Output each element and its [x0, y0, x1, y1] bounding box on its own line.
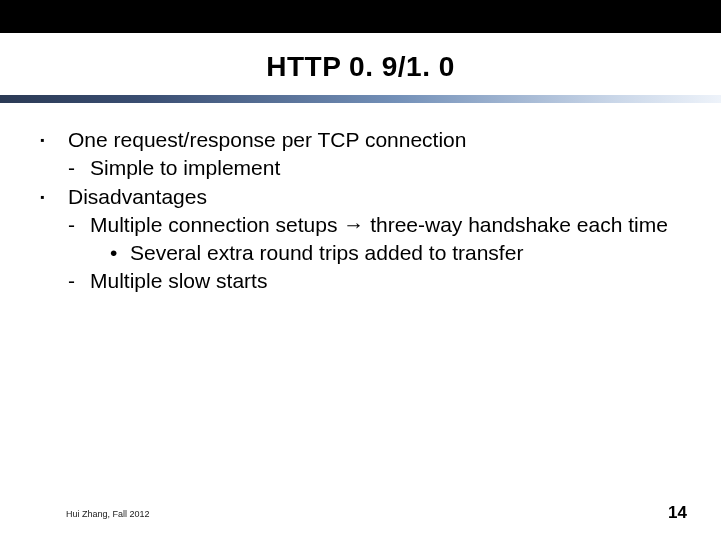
slide-body: ▪ One request/response per TCP connectio… — [0, 103, 721, 295]
bullet-mark: - — [68, 268, 90, 294]
gradient-divider — [0, 95, 721, 103]
bullet-level1: ▪ Disadvantages — [40, 184, 691, 210]
bullet-mark: ▪ — [40, 184, 68, 210]
bullet-text: Multiple connection setups → three-way h… — [90, 212, 691, 238]
bullet-level1: ▪ One request/response per TCP connectio… — [40, 127, 691, 153]
top-black-band — [0, 0, 721, 33]
slide-title: HTTP 0. 9/1. 0 — [0, 33, 721, 95]
bullet-level2: - Multiple slow starts — [40, 268, 691, 294]
bullet-mark: - — [68, 212, 90, 238]
bullet-level3: • Several extra round trips added to tra… — [40, 240, 691, 266]
bullet-level2: - Multiple connection setups → three-way… — [40, 212, 691, 238]
bullet-level2: - Simple to implement — [40, 155, 691, 181]
bullet-text: Multiple slow starts — [90, 268, 691, 294]
page-number: 14 — [668, 503, 687, 523]
bullet-text: Several extra round trips added to trans… — [130, 240, 691, 266]
bullet-text: One request/response per TCP connection — [68, 127, 691, 153]
bullet-mark: • — [110, 240, 130, 266]
bullet-text: Simple to implement — [90, 155, 691, 181]
footer-author: Hui Zhang, Fall 2012 — [66, 509, 150, 519]
bullet-mark: ▪ — [40, 127, 68, 153]
bullet-mark: - — [68, 155, 90, 181]
bullet-text: Disadvantages — [68, 184, 691, 210]
